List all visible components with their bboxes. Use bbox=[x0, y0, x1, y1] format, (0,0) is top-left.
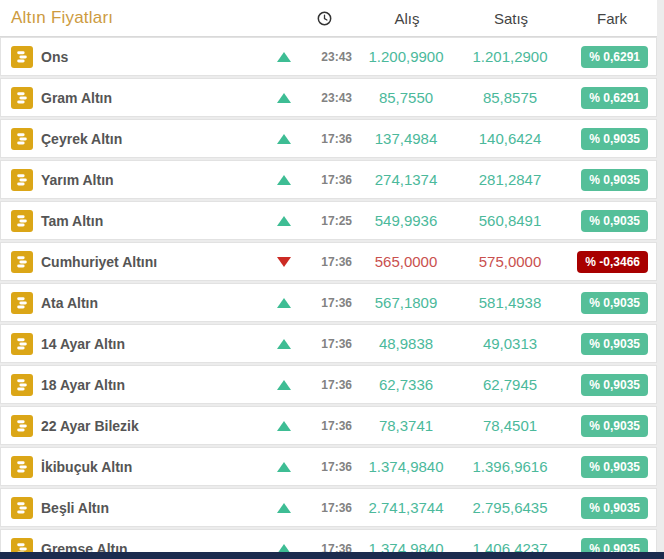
gold-coins-icon bbox=[11, 128, 33, 150]
change-percent: % 0,9035 bbox=[581, 374, 648, 396]
buy-price: 137,4984 bbox=[352, 130, 460, 147]
instrument-name: Çeyrek Altın bbox=[33, 131, 274, 147]
buy-price: 78,3741 bbox=[352, 417, 460, 434]
update-time: 17:36 bbox=[294, 255, 352, 269]
trend-arrow-icon bbox=[274, 421, 294, 431]
instrument-name: 22 Ayar Bilezik bbox=[33, 418, 274, 434]
change-badge: % 0,9035 bbox=[560, 374, 648, 396]
trend-arrow-icon bbox=[274, 503, 294, 513]
update-time: 23:43 bbox=[294, 91, 352, 105]
instrument-name: Cumhuriyet Altını bbox=[33, 254, 274, 270]
trend-arrow-icon bbox=[274, 380, 294, 390]
instrument-name: Gram Altın bbox=[33, 90, 274, 106]
update-time: 17:36 bbox=[294, 173, 352, 187]
gold-coins-icon bbox=[11, 87, 33, 109]
instrument-name: İkibuçuk Altın bbox=[33, 459, 274, 475]
column-header-satis: Satış bbox=[461, 10, 561, 27]
update-time: 17:36 bbox=[294, 460, 352, 474]
buy-price: 1.374,9840 bbox=[352, 458, 460, 475]
change-badge: % 0,9035 bbox=[560, 333, 648, 355]
trend-arrow-icon bbox=[274, 175, 294, 185]
change-percent: % -0,3466 bbox=[577, 251, 648, 273]
change-percent: % 0,9035 bbox=[581, 292, 648, 314]
instrument-name: Ons bbox=[33, 49, 274, 65]
trend-arrow-icon bbox=[274, 298, 294, 308]
change-percent: % 0,9035 bbox=[581, 497, 648, 519]
instrument-name: 14 Ayar Altın bbox=[33, 336, 274, 352]
trend-arrow-icon bbox=[274, 216, 294, 226]
gold-coins-icon bbox=[11, 169, 33, 191]
table-row[interactable]: Tam Altın 17:25 549,9936 560,8491 % 0,90… bbox=[0, 201, 657, 240]
gold-coins-icon bbox=[11, 210, 33, 232]
sell-price: 140,6424 bbox=[460, 130, 560, 147]
change-percent: % 0,9035 bbox=[581, 210, 648, 232]
instrument-name: Beşli Altın bbox=[33, 500, 274, 516]
sell-price: 78,4501 bbox=[460, 417, 560, 434]
buy-price: 2.741,3744 bbox=[352, 499, 460, 516]
update-time: 17:36 bbox=[294, 296, 352, 310]
gold-coins-icon bbox=[11, 415, 33, 437]
trend-arrow-icon bbox=[274, 134, 294, 144]
table-row[interactable]: 18 Ayar Altın 17:36 62,7336 62,7945 % 0,… bbox=[0, 365, 657, 404]
buy-price: 1.200,9900 bbox=[352, 48, 460, 65]
change-badge: % -0,3466 bbox=[560, 251, 648, 273]
table-row[interactable]: Yarım Altın 17:36 274,1374 281,2847 % 0,… bbox=[0, 160, 657, 199]
table-row[interactable]: Ons 23:43 1.200,9900 1.201,2900 % 0,6291 bbox=[0, 37, 657, 76]
column-header-alis: Alış bbox=[353, 10, 461, 27]
sell-price: 1.396,9616 bbox=[460, 458, 560, 475]
table-row[interactable]: İkibuçuk Altın 17:36 1.374,9840 1.396,96… bbox=[0, 447, 657, 486]
table-row[interactable]: Beşli Altın 17:36 2.741,3744 2.795,6435 … bbox=[0, 488, 657, 527]
bottom-navy-bar bbox=[0, 552, 664, 559]
table-header: Altın Fiyatları Alış Satış Fark bbox=[0, 0, 657, 37]
table-row[interactable]: Cumhuriyet Altını 17:36 565,0000 575,000… bbox=[0, 242, 657, 281]
change-percent: % 0,9035 bbox=[581, 415, 648, 437]
page-title: Altın Fiyatları bbox=[0, 8, 295, 28]
update-time: 17:36 bbox=[294, 501, 352, 515]
buy-price: 48,9838 bbox=[352, 335, 460, 352]
update-time: 17:25 bbox=[294, 214, 352, 228]
instrument-name: Yarım Altın bbox=[33, 172, 274, 188]
buy-price: 85,7550 bbox=[352, 89, 460, 106]
change-percent: % 0,9035 bbox=[581, 456, 648, 478]
sell-price: 560,8491 bbox=[460, 212, 560, 229]
buy-price: 62,7336 bbox=[352, 376, 460, 393]
instrument-name: 18 Ayar Altın bbox=[33, 377, 274, 393]
change-percent: % 0,9035 bbox=[581, 333, 648, 355]
sell-price: 1.201,2900 bbox=[460, 48, 560, 65]
gold-coins-icon bbox=[11, 497, 33, 519]
sell-price: 281,2847 bbox=[460, 171, 560, 188]
buy-price: 567,1809 bbox=[352, 294, 460, 311]
change-badge: % 0,9035 bbox=[560, 415, 648, 437]
sell-price: 49,0313 bbox=[460, 335, 560, 352]
change-percent: % 0,6291 bbox=[581, 87, 648, 109]
table-row[interactable]: 22 Ayar Bilezik 17:36 78,3741 78,4501 % … bbox=[0, 406, 657, 445]
change-badge: % 0,9035 bbox=[560, 292, 648, 314]
buy-price: 565,0000 bbox=[352, 253, 460, 270]
change-badge: % 0,9035 bbox=[560, 210, 648, 232]
trend-arrow-icon bbox=[274, 462, 294, 472]
gold-prices-table: Altın Fiyatları Alış Satış Fark Ons 23:4… bbox=[0, 0, 657, 559]
clock-icon bbox=[317, 11, 332, 26]
change-badge: % 0,9035 bbox=[560, 128, 648, 150]
table-row[interactable]: Gram Altın 23:43 85,7550 85,8575 % 0,629… bbox=[0, 78, 657, 117]
change-badge: % 0,6291 bbox=[560, 87, 648, 109]
update-time: 17:36 bbox=[294, 378, 352, 392]
trend-arrow-icon bbox=[274, 52, 294, 62]
column-header-fark: Fark bbox=[561, 10, 649, 27]
gold-coins-icon bbox=[11, 333, 33, 355]
table-row[interactable]: 14 Ayar Altın 17:36 48,9838 49,0313 % 0,… bbox=[0, 324, 657, 363]
trend-arrow-icon bbox=[274, 339, 294, 349]
table-row[interactable]: Ata Altın 17:36 567,1809 581,4938 % 0,90… bbox=[0, 283, 657, 322]
buy-price: 274,1374 bbox=[352, 171, 460, 188]
change-badge: % 0,9035 bbox=[560, 169, 648, 191]
sell-price: 575,0000 bbox=[460, 253, 560, 270]
change-badge: % 0,6291 bbox=[560, 46, 648, 68]
table-row[interactable]: Çeyrek Altın 17:36 137,4984 140,6424 % 0… bbox=[0, 119, 657, 158]
sell-price: 581,4938 bbox=[460, 294, 560, 311]
table-body: Ons 23:43 1.200,9900 1.201,2900 % 0,6291… bbox=[0, 37, 657, 559]
gold-coins-icon bbox=[11, 456, 33, 478]
gold-coins-icon bbox=[11, 292, 33, 314]
sell-price: 85,8575 bbox=[460, 89, 560, 106]
gold-coins-icon bbox=[11, 374, 33, 396]
update-time: 17:36 bbox=[294, 419, 352, 433]
